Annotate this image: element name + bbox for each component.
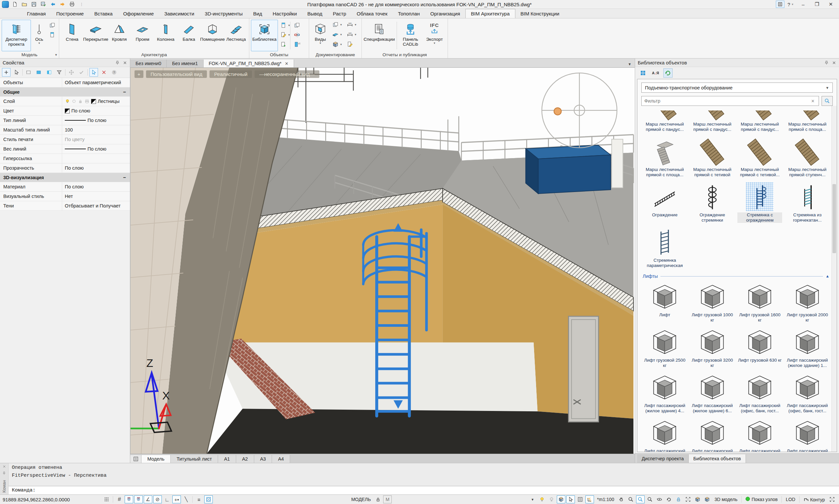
room-button[interactable]: Помещение	[201, 20, 224, 51]
library-item[interactable]: Ограждение стремянки	[690, 182, 735, 223]
library-items[interactable]: Марш лестничный прямой с пандус... Марш …	[637, 106, 837, 452]
views-button[interactable]: Виды ▼	[311, 20, 330, 51]
sheet-tab-a3[interactable]: А3	[254, 455, 272, 463]
space-mode-label[interactable]: МОДЕЛЬ	[349, 497, 373, 502]
opening-button[interactable]: Проем	[131, 20, 154, 51]
apply-gray-icon[interactable]	[77, 68, 86, 77]
polar-toggle[interactable]: ⊘	[153, 496, 162, 503]
zoom-window-icon[interactable]	[636, 496, 645, 503]
clear-filter-icon[interactable]: ✕	[810, 98, 816, 104]
pan-icon[interactable]	[617, 496, 626, 503]
filter-input[interactable]	[644, 98, 810, 104]
move-gray-icon[interactable]	[67, 68, 76, 77]
library-item[interactable]: Ограждение	[642, 182, 688, 223]
library-item[interactable]: Лифт пассажирский (транспортировк...	[785, 418, 831, 452]
pin-icon[interactable]	[2, 471, 6, 475]
cadlib-panel-button[interactable]: Панель CADLib	[399, 20, 422, 51]
library-scrollbar[interactable]	[832, 106, 837, 452]
prop-row-ltscale[interactable]: Масштаб типа линий 100	[0, 125, 130, 135]
pin-icon[interactable]	[115, 60, 120, 66]
layer-bulb-icon[interactable]	[65, 98, 70, 104]
view-rotate-icon[interactable]	[665, 496, 673, 503]
prop-row-layer[interactable]: Слой Лестницы	[0, 97, 130, 106]
roof-button[interactable]: Кровля	[108, 20, 131, 51]
filter-field[interactable]: ✕	[641, 96, 819, 106]
zoom-extents-icon[interactable]	[646, 496, 654, 503]
select-window-icon[interactable]	[24, 68, 33, 77]
prop-section-3d[interactable]: 3D-визуализация −	[0, 173, 130, 182]
library-item[interactable]: Марш лестничный прямой с тетивой	[690, 137, 735, 178]
doc-copy-view-icon[interactable]: ▼	[331, 20, 340, 29]
library-item[interactable]: Лифт	[642, 282, 688, 323]
layer-print-icon[interactable]	[85, 99, 89, 104]
grid-toggle[interactable]: #	[115, 496, 124, 503]
doc-edit-icon[interactable]	[345, 40, 355, 49]
library-item[interactable]: Лифт грузовой 630 кг	[737, 327, 783, 368]
model-space-icon[interactable]: M	[383, 496, 392, 503]
menu-nastroyki[interactable]: Настройки	[267, 9, 302, 18]
viewport-view-button[interactable]: Пользовательский вид	[146, 70, 207, 78]
library-item[interactable]: Лифт пассажирский (офис, банк, гост...	[690, 418, 735, 452]
pick-cursor-icon[interactable]	[89, 68, 98, 77]
select-cursor-icon[interactable]	[12, 68, 21, 77]
prop-row-objects[interactable]: Объекты Объект параметрический	[0, 78, 130, 87]
object-edit-icon[interactable]: ▼	[279, 31, 288, 39]
model-copy-icon[interactable]	[47, 21, 57, 30]
category-select[interactable]: Подъемно-транспортное оборудование ▼	[641, 83, 833, 93]
3d-model-mode-label[interactable]: 3D модель	[712, 497, 739, 502]
doc-tab-1[interactable]: Без имени1	[167, 59, 203, 67]
new-file-icon[interactable]	[11, 1, 18, 8]
show-nodes-toggle[interactable]: Показ узлов	[744, 497, 780, 502]
help-circle-icon[interactable]	[110, 68, 119, 77]
lineweight-toggle[interactable]: ≡	[195, 496, 203, 503]
scrollbar-thumb[interactable]	[833, 184, 836, 253]
sheet-tab-a2[interactable]: А2	[236, 455, 254, 463]
menu-vid[interactable]: Вид	[248, 9, 267, 18]
otrack-toggle[interactable]: +▪	[172, 496, 181, 503]
prop-row-lineweight[interactable]: Вес линий По слою	[0, 144, 130, 154]
library-item[interactable]: Марш лестничный прямой ступенч...	[785, 137, 831, 178]
column-button[interactable]: Колонна	[155, 20, 177, 51]
menu-3d-instrumenty[interactable]: 3D-инструменты	[200, 9, 248, 18]
library-item[interactable]: Лифт грузовой 1000 кг	[690, 282, 735, 323]
tab-object-library[interactable]: Библиотека объектов	[689, 454, 746, 463]
library-item[interactable]: Лифт грузовой 1600 кг	[737, 282, 783, 323]
grid-dots-toggle[interactable]	[102, 496, 111, 503]
lifts-section-header[interactable]: Лифты▲	[643, 273, 829, 279]
pin-icon[interactable]	[824, 60, 829, 66]
zoom-icon[interactable]	[627, 496, 635, 503]
lod-label[interactable]: LOD	[784, 497, 797, 502]
tab-project-dispatcher[interactable]: Диспетчер проекта	[637, 454, 689, 463]
object-doc-icon[interactable]: ▼	[279, 21, 288, 30]
library-item[interactable]: Лифт пассажирский (офис, банк, гост...	[642, 418, 688, 452]
library-item[interactable]: Марш лестничный прямой с тетивой...	[737, 137, 783, 178]
help-button[interactable]: ?▼	[786, 1, 796, 8]
prop-row-linetype[interactable]: Тип линий По слою	[0, 116, 130, 125]
library-item[interactable]: Лифт грузовой 2000 кг	[785, 282, 831, 323]
prop-row-hyperlink[interactable]: Гиперссылка	[0, 154, 130, 163]
library-item[interactable]: Лифт пассажирский (жилое здание) 4...	[642, 373, 688, 414]
doc-dim2-icon[interactable]: ▼	[345, 30, 355, 39]
select-add-icon[interactable]	[2, 68, 11, 77]
prop-row-color[interactable]: Цвет По слою	[0, 106, 130, 116]
viewport-add-view-button[interactable]: +	[135, 70, 143, 78]
wall-button[interactable]: Стена	[61, 20, 84, 51]
doc-update-icon[interactable]: ▼	[331, 40, 340, 49]
lock-ui-icon[interactable]	[674, 496, 683, 503]
menu-topoplan[interactable]: Топоплан	[393, 9, 425, 18]
open-file-icon[interactable]	[21, 1, 28, 8]
quick-filter-icon[interactable]	[55, 68, 64, 77]
object-explode-icon[interactable]	[292, 31, 302, 39]
viewport-saved-view-button[interactable]: —несохраненный вид—	[254, 70, 319, 78]
prop-row-plotstyle[interactable]: Стиль печати По цвету	[0, 135, 130, 144]
close-icon[interactable]	[832, 60, 836, 65]
sheet-tab-a4[interactable]: А4	[272, 455, 290, 463]
snap-track-toggle[interactable]: ╲	[182, 496, 191, 503]
view-cube-icon[interactable]	[703, 496, 711, 503]
library-item[interactable]: Марш лестничный прямой с пандус...	[690, 110, 735, 132]
quick-properties-toggle[interactable]	[566, 496, 575, 503]
menu-bim-konstruktsii[interactable]: BIM Конструкции	[515, 9, 565, 18]
library-item[interactable]: Лифт грузовой 2500 кг	[642, 327, 688, 368]
ortho-toggle[interactable]: ∟	[163, 496, 171, 503]
menu-vyvod[interactable]: Вывод	[302, 9, 327, 18]
